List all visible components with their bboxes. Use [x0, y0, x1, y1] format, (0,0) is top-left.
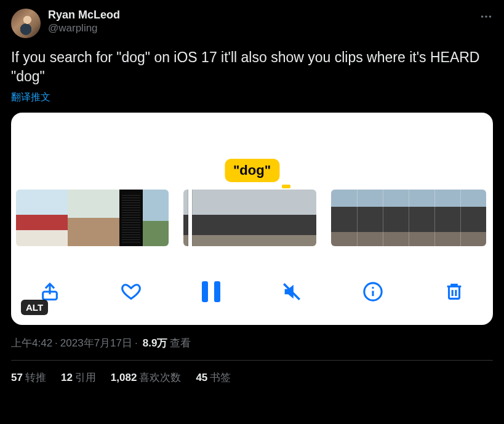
- pause-icon: [202, 281, 220, 302]
- playhead-icon[interactable]: [188, 190, 192, 246]
- clip-frame: [250, 190, 283, 246]
- timeline-marker-icon: [282, 185, 290, 188]
- media-toolbar: [11, 266, 493, 325]
- info-button[interactable]: [362, 281, 383, 302]
- stat-label: 书签: [210, 372, 231, 383]
- clip-frame: [119, 190, 143, 246]
- clip-frame: [217, 190, 250, 246]
- delete-button[interactable]: [444, 281, 465, 302]
- svg-rect-8: [449, 287, 459, 299]
- stat-label: 引用: [75, 372, 96, 383]
- info-icon: [362, 281, 383, 302]
- views-count: 8.9万: [143, 336, 168, 350]
- mute-button[interactable]: [281, 281, 302, 302]
- more-icon: [479, 10, 493, 23]
- clip-frame: [94, 190, 119, 246]
- clip-frame: [383, 190, 409, 246]
- stat-count: 57: [11, 372, 23, 383]
- mute-icon: [281, 281, 302, 302]
- more-button[interactable]: [479, 9, 493, 23]
- clip-frame: [283, 190, 316, 246]
- clip-frame: [409, 190, 434, 246]
- heart-icon: [121, 281, 142, 302]
- clip-group[interactable]: [16, 190, 169, 246]
- tweet-time[interactable]: 上午4:42: [11, 336, 52, 350]
- share-icon: [39, 281, 60, 302]
- stat-label: 转推: [25, 372, 46, 383]
- meta-separator: ·: [135, 337, 138, 350]
- stat-bookmarks[interactable]: 45书签: [196, 370, 231, 385]
- clip-frame: [42, 190, 68, 246]
- clip-group[interactable]: [183, 190, 316, 246]
- avatar[interactable]: [11, 9, 41, 38]
- video-timeline[interactable]: [11, 190, 493, 246]
- clip-group[interactable]: [331, 190, 486, 246]
- stat-likes[interactable]: 1,082喜欢次数: [111, 370, 182, 385]
- clip-frame: [331, 190, 357, 246]
- author-handle: @warpling: [48, 22, 120, 34]
- share-button[interactable]: [39, 281, 60, 302]
- stat-label: 喜欢次数: [139, 372, 181, 383]
- tweet-date[interactable]: 2023年7月17日: [60, 336, 132, 350]
- stat-quotes[interactable]: 12引用: [61, 370, 96, 385]
- media-preview-top: "dog": [11, 113, 493, 190]
- like-button[interactable]: [121, 281, 142, 302]
- clip-frame: [143, 190, 169, 246]
- tweet-stats: 57转推 12引用 1,082喜欢次数 45书签: [11, 361, 493, 385]
- stat-count: 45: [196, 372, 207, 383]
- stat-count: 12: [61, 372, 73, 383]
- meta-separator: ·: [55, 337, 58, 350]
- svg-point-2: [489, 15, 492, 18]
- translate-link[interactable]: 翻译推文: [11, 91, 493, 104]
- stat-count: 1,082: [111, 372, 137, 383]
- clip-frame: [460, 190, 486, 246]
- tweet-container: Ryan McLeod @warpling If you search for …: [0, 0, 504, 385]
- author-block[interactable]: Ryan McLeod @warpling: [48, 9, 120, 34]
- pause-button[interactable]: [202, 281, 220, 302]
- clip-frame: [434, 190, 460, 246]
- svg-point-1: [485, 15, 487, 18]
- tweet-text: If you search for "dog" on iOS 17 it'll …: [11, 48, 493, 86]
- search-term-bubble: "dog": [225, 159, 279, 182]
- views-label: 查看: [170, 336, 191, 350]
- stat-retweets[interactable]: 57转推: [11, 370, 46, 385]
- trash-icon: [444, 281, 465, 302]
- clip-frame: [68, 190, 94, 246]
- clip-frame: [16, 190, 42, 246]
- tweet-header: Ryan McLeod @warpling: [11, 9, 493, 38]
- tweet-meta: 上午4:42 · 2023年7月17日 · 8.9万 查看: [11, 336, 493, 350]
- clip-frame: [357, 190, 383, 246]
- author-display-name: Ryan McLeod: [48, 9, 120, 22]
- svg-point-7: [372, 287, 374, 289]
- alt-badge[interactable]: ALT: [21, 300, 48, 315]
- media-attachment[interactable]: "dog": [11, 113, 493, 325]
- svg-point-0: [481, 15, 484, 18]
